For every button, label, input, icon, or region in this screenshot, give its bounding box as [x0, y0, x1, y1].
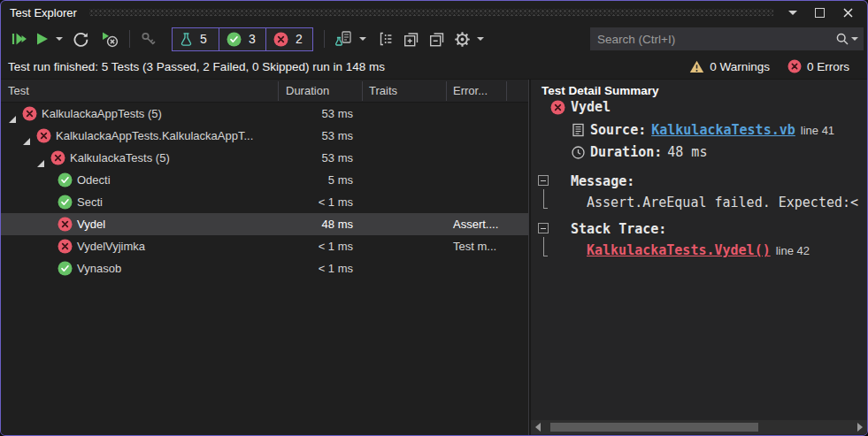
- repeat-last-run-icon[interactable]: [70, 27, 92, 50]
- test-run-summary: Test run finished: 5 Tests (3 Passed, 2 …: [8, 60, 385, 73]
- errors-status[interactable]: 0 Errors: [787, 59, 849, 73]
- expanded-chevron-icon[interactable]: [36, 153, 45, 162]
- scroll-right-icon[interactable]: [853, 420, 867, 434]
- run-test-icon[interactable]: [32, 27, 52, 50]
- test-tree-panel: Test Duration Traits Error... Kalkulacka…: [1, 80, 528, 435]
- stack-trace-fold-guide: [543, 237, 548, 256]
- test-failed-icon: [58, 239, 73, 254]
- test-tree-row[interactable]: VydelVyjimka< 1 msTest m...: [1, 235, 528, 257]
- toolbar: 5 3 2: [1, 24, 867, 54]
- scrollbar-thumb[interactable]: [550, 423, 758, 432]
- titlebar: Test Explorer: [1, 1, 867, 24]
- search-input[interactable]: [590, 33, 835, 46]
- column-header-duration[interactable]: Duration: [286, 80, 329, 102]
- test-duration: 5 ms: [278, 169, 353, 191]
- stack-trace-label: Stack Trace:: [571, 221, 666, 237]
- test-tree-row[interactable]: Odecti5 ms: [1, 169, 528, 191]
- filter-key-icon: [137, 27, 159, 50]
- filter-all-tests-button[interactable]: 5: [172, 27, 219, 51]
- failed-tests-count: 2: [296, 32, 303, 46]
- test-failed-icon: [50, 150, 65, 165]
- test-name: KalkulackaAppTests.KalkulackaAppT...: [56, 125, 253, 147]
- warnings-status[interactable]: 0 Warnings: [689, 60, 770, 73]
- filter-passed-tests-button[interactable]: 3: [219, 27, 266, 51]
- message-collapse-toggle[interactable]: [538, 175, 549, 186]
- test-name: Secti: [77, 191, 103, 213]
- test-name: VydelVyjimka: [77, 235, 145, 257]
- test-passed-icon: [227, 32, 242, 47]
- table-header: Test Duration Traits Error...: [1, 80, 528, 103]
- playlist-dropdown-icon[interactable]: [359, 37, 366, 41]
- test-tree-row[interactable]: Secti< 1 ms: [1, 191, 528, 213]
- message-text: Assert.AreEqual failed. Expected:<: [587, 195, 858, 210]
- test-tree-row[interactable]: Vydel48 msAssert....: [1, 213, 528, 235]
- stack-trace-collapse-toggle[interactable]: [538, 223, 549, 233]
- test-explorer-window: Test Explorer 5: [0, 0, 868, 436]
- statusbar: Test run finished: 5 Tests (3 Passed, 2 …: [1, 54, 867, 79]
- test-failed-icon: [36, 128, 51, 143]
- test-tree-row[interactable]: KalkulackaAppTests.KalkulackaAppT...53 m…: [1, 125, 528, 147]
- test-detail-panel: Test Detail Summary Vydel Source: Kalkul…: [531, 80, 867, 435]
- test-passed-icon: [58, 195, 73, 210]
- test-tree-row[interactable]: Vynasob< 1 ms: [1, 257, 528, 279]
- cancel-run-icon[interactable]: [97, 27, 122, 50]
- maximize-icon[interactable]: [812, 1, 827, 24]
- search-options-dropdown-icon[interactable]: [851, 37, 858, 41]
- search-box: [590, 27, 864, 50]
- group-by-icon[interactable]: [375, 27, 396, 50]
- settings-dropdown-icon[interactable]: [477, 37, 484, 41]
- scroll-left-icon[interactable]: [531, 420, 545, 434]
- test-passed-icon: [58, 172, 73, 187]
- column-header-test[interactable]: Test: [8, 80, 29, 102]
- test-duration: < 1 ms: [278, 191, 353, 213]
- run-all-tests-icon[interactable]: [8, 27, 32, 50]
- close-icon[interactable]: [840, 1, 856, 24]
- collapse-all-icon[interactable]: [426, 27, 448, 50]
- test-name: Vydel: [77, 213, 105, 235]
- duration-value: 48 ms: [667, 144, 707, 160]
- test-error: Test m...: [453, 235, 496, 257]
- window-menu-chevron-icon[interactable]: [786, 1, 800, 24]
- expanded-chevron-icon[interactable]: [22, 131, 31, 140]
- duration-label: Duration:: [590, 144, 662, 160]
- source-file-link[interactable]: KalkulackaTests.vb: [651, 122, 795, 138]
- test-duration: 48 ms: [278, 213, 353, 235]
- test-tree-row[interactable]: KalkulackaAppTests (5)53 ms: [1, 103, 528, 125]
- test-name: Vynasob: [77, 257, 121, 279]
- column-header-traits[interactable]: Traits: [369, 80, 397, 102]
- test-failed-icon: [22, 106, 37, 121]
- test-name: Odecti: [77, 169, 111, 191]
- passed-tests-count: 3: [249, 32, 256, 46]
- test-duration: 53 ms: [278, 103, 353, 125]
- drag-grip[interactable]: [89, 9, 773, 16]
- window-title: Test Explorer: [1, 6, 77, 19]
- test-duration: < 1 ms: [278, 257, 353, 279]
- detail-panel-title: Test Detail Summary: [542, 84, 659, 97]
- source-file-icon: [572, 123, 585, 137]
- message-fold-guide: [543, 189, 548, 209]
- run-dropdown-icon[interactable]: [56, 37, 63, 41]
- warning-icon: [689, 60, 704, 73]
- stack-trace-link[interactable]: KalkulackaTests.Vydel(): [587, 242, 771, 258]
- settings-gear-icon[interactable]: [451, 27, 473, 50]
- test-tree: KalkulackaAppTests (5)53 msKalkulackaApp…: [1, 103, 528, 435]
- stack-trace-line-number: line 42: [776, 244, 810, 257]
- horizontal-scrollbar: [531, 420, 867, 434]
- test-name: KalkulackaTests (5): [70, 147, 170, 169]
- test-tree-row[interactable]: KalkulackaTests (5)53 ms: [1, 147, 528, 169]
- expanded-chevron-icon[interactable]: [8, 109, 17, 118]
- filter-failed-tests-button[interactable]: 2: [265, 27, 313, 51]
- test-failed-icon: [273, 32, 288, 47]
- test-error: Assert....: [453, 213, 498, 235]
- test-duration: 53 ms: [278, 147, 353, 169]
- total-tests-count: 5: [200, 32, 207, 46]
- expand-all-icon[interactable]: [400, 27, 422, 50]
- column-header-error[interactable]: Error...: [453, 80, 488, 102]
- source-line-number: line 41: [801, 124, 834, 137]
- search-icon[interactable]: [835, 32, 849, 46]
- test-failed-icon: [58, 217, 73, 232]
- duration-clock-icon: [572, 146, 585, 159]
- detail-test-name: Vydel: [571, 99, 611, 115]
- playlist-icon[interactable]: [332, 27, 356, 50]
- test-passed-icon: [58, 261, 73, 276]
